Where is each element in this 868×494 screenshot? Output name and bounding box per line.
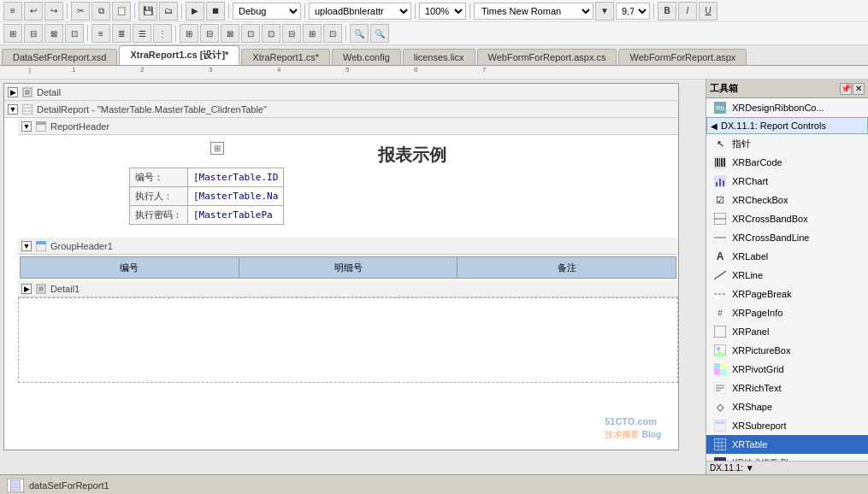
report-header-expand-btn[interactable]: ▼ <box>21 121 32 132</box>
italic-button[interactable]: I <box>678 2 697 21</box>
toolbox-item-arrow[interactable]: ↖ 指针 <box>706 134 868 153</box>
format-btn-4[interactable]: ⊡ <box>65 24 84 43</box>
toolbar-btn-7[interactable]: 💾 <box>139 2 157 21</box>
toolbox-section-dx11[interactable]: ◀ DX.11.1: Report Controls <box>706 117 868 134</box>
zoom-dropdown[interactable]: 100% <box>419 3 466 20</box>
field-value-2[interactable]: [MasterTable.Na <box>188 187 284 206</box>
fields-table: 编号： [MasterTable.ID 执行人： [MasterTable.Na… <box>129 168 284 225</box>
detail-label: Detail <box>37 87 61 97</box>
toolbar-btn-2[interactable]: ↩ <box>24 2 43 21</box>
tab-xtrareport-cs[interactable]: XtraReport1.cs* <box>241 49 330 65</box>
layout-btn-5[interactable]: ⊡ <box>262 24 280 43</box>
font-selector[interactable]: Times New Roman <box>474 3 593 20</box>
align-btn-1[interactable]: ≡ <box>92 24 110 43</box>
toolbox-item-barcode[interactable]: XRBarCode <box>706 153 868 172</box>
layout-btn-6[interactable]: ⊟ <box>282 24 301 43</box>
svg-rect-33 <box>714 363 720 369</box>
richtext-icon <box>713 381 727 395</box>
toolbox-item-crossbandbox[interactable]: XRCrossBandBox <box>706 209 868 228</box>
toolbar-btn-4[interactable]: ✂ <box>71 2 90 21</box>
format-btn-2[interactable]: ⊟ <box>24 24 43 43</box>
layout-btn-4[interactable]: ⊡ <box>241 24 260 43</box>
toolbox-item-bottom[interactable]: 51 XR技术摘要 Blog <box>706 454 868 461</box>
debug-dropdown[interactable]: Debug <box>233 3 301 20</box>
report-canvas: ▶ Detail ▼ DetailReport - "MasterTable.M… <box>3 83 679 450</box>
toolbar-btn-1[interactable]: ≡ <box>3 2 22 21</box>
group-header-expand-btn[interactable]: ▼ <box>21 241 32 251</box>
toolbar-btn-3[interactable]: ↪ <box>44 2 63 21</box>
toolbox-item-crossbandline[interactable]: XRCrossBandLine <box>706 228 868 247</box>
tab-webform-aspx[interactable]: WebFormForReport.aspx <box>618 49 747 65</box>
format-btn-1[interactable]: ⊞ <box>3 24 22 43</box>
table-label: XRTable <box>732 439 767 450</box>
arrow-label: 指针 <box>732 138 751 150</box>
toolbox-item-richtext[interactable]: XRRichText <box>706 379 868 397</box>
svg-text:Rb: Rb <box>716 104 725 112</box>
sep-1 <box>67 3 68 19</box>
group-header-header: ▼ GroupHeader1 <box>18 238 678 255</box>
font-dropdown-btn[interactable]: ▼ <box>595 2 614 21</box>
report-title[interactable]: 报表示例 <box>146 139 678 171</box>
toolbox-item-checkbox[interactable]: ☑ XRCheckBox <box>706 191 868 209</box>
crossbandbox-icon <box>713 212 727 226</box>
layout-btn-3[interactable]: ⊠ <box>221 24 239 43</box>
toolbar-btn-6[interactable]: 📋 <box>112 2 131 21</box>
toolbox-close-btn[interactable]: ✕ <box>853 83 865 95</box>
toolbox-item-table[interactable]: XRTable <box>706 435 868 454</box>
align-btn-2[interactable]: ≣ <box>112 24 131 43</box>
crossbandline-label: XRCrossBandLine <box>732 232 810 243</box>
arrow-icon: ↖ <box>713 137 727 150</box>
field-label-3: 执行密码： <box>130 206 188 225</box>
subreport-label: XRSubreport <box>732 420 787 431</box>
detail-report-expand-btn[interactable]: ▼ <box>8 104 18 115</box>
field-value-3[interactable]: [MasterTablePa <box>188 206 284 225</box>
bold-button[interactable]: B <box>658 2 676 21</box>
format-btn-3[interactable]: ⊠ <box>44 24 63 43</box>
toolbar-btn-5[interactable]: ⧉ <box>92 2 110 21</box>
toolbar-btn-8[interactable]: 🗂 <box>159 2 178 21</box>
toolbox-item-picturebox[interactable]: XRPictureBox <box>706 341 868 360</box>
align-btn-3[interactable]: ☰ <box>133 24 151 43</box>
toolbox-item-ribbon[interactable]: Rb XRDesignRibbonCo... <box>706 98 868 117</box>
detail-report-icon <box>21 103 33 115</box>
sep-11 <box>345 26 346 41</box>
underline-button[interactable]: U <box>699 2 717 21</box>
toolbox-item-pivotgrid[interactable]: XRPivotGrid <box>706 360 868 379</box>
font-size-selector[interactable]: 9.75 <box>616 3 650 20</box>
group-header-row: 编号 明细号 备注 <box>20 256 676 279</box>
toolbox-item-panel[interactable]: XRPanel <box>706 322 868 341</box>
tab-webconfig[interactable]: Web.config <box>332 49 401 65</box>
toolbox-pin-btn[interactable]: 📌 <box>840 83 852 95</box>
detail-expand-btn[interactable]: ▶ <box>8 87 18 97</box>
layout-btn-7[interactable]: ⊞ <box>303 24 322 43</box>
tab-xtrareport-design[interactable]: XtraReport1.cs [设计]* <box>119 45 239 65</box>
zoom-in-btn[interactable]: 🔍 <box>350 24 369 43</box>
toolbox-item-line[interactable]: XRLine <box>706 266 868 285</box>
toolbox-item-pageinfo[interactable]: # XRPageInfo <box>706 303 868 322</box>
toolbox-item-label[interactable]: A XRLabel <box>706 247 868 266</box>
toolbox-scroll[interactable]: Rb XRDesignRibbonCo... ◀ DX.11.1: Report… <box>706 98 868 461</box>
toolbox-item-subreport[interactable]: XRSubreport <box>706 416 868 435</box>
svg-marker-32 <box>714 350 726 356</box>
layout-btn-2[interactable]: ⊟ <box>200 24 219 43</box>
tab-dataset[interactable]: DataSetForReport.xsd <box>2 49 117 65</box>
layout-btn-8[interactable]: ⊡ <box>323 24 342 43</box>
svg-rect-21 <box>719 179 721 186</box>
toolbar-btn-9[interactable]: ▶ <box>186 2 204 21</box>
tab-webform-cs[interactable]: WebFormForReport.aspx.cs <box>477 49 617 65</box>
toolbox-item-shape[interactable]: ◇ XRShape <box>706 397 868 416</box>
layout-btn-1[interactable]: ⊞ <box>180 24 198 43</box>
field-value-1[interactable]: [MasterTable.ID <box>188 168 284 187</box>
zoom-out-btn[interactable]: 🔍 <box>370 24 389 43</box>
svg-rect-15 <box>717 158 718 167</box>
align-btn-4[interactable]: ⋮ <box>153 24 172 43</box>
design-canvas[interactable]: ▶ Detail ▼ DetailReport - "MasterTable.M… <box>0 79 706 474</box>
svg-rect-34 <box>720 363 726 369</box>
upload-dropdown[interactable]: uploadBbnlerattr <box>309 3 411 20</box>
toolbox-item-pagebreak[interactable]: XRPageBreak <box>706 285 868 303</box>
toolbar-row-1: ≡ ↩ ↪ ✂ ⧉ 📋 💾 🗂 ▶ ⏹ Debug uploadBbnlerat… <box>0 0 868 22</box>
toolbox-item-chart[interactable]: XRChart <box>706 172 868 191</box>
detail1-expand-btn[interactable]: ▶ <box>21 284 32 294</box>
toolbar-btn-10[interactable]: ⏹ <box>206 2 225 21</box>
tab-licenses[interactable]: licenses.licx <box>403 49 475 65</box>
